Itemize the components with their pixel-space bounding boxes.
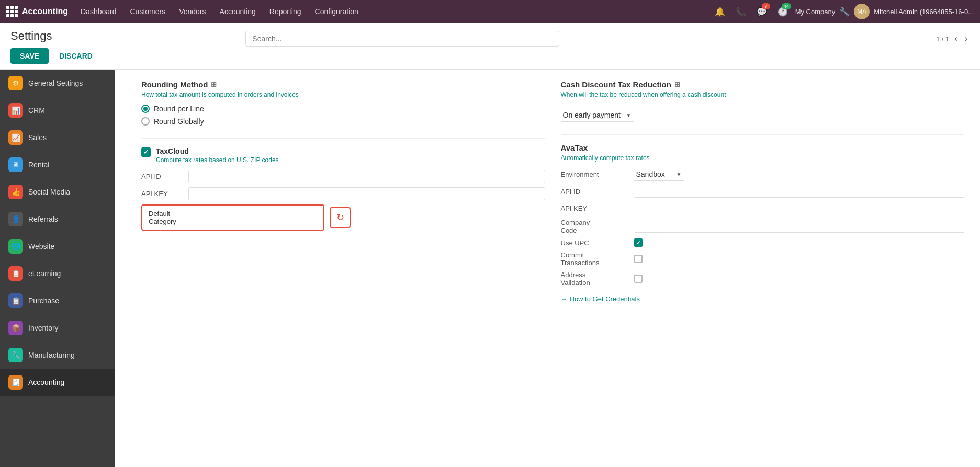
sidebar-label-purchase: Purchase <box>28 297 59 305</box>
address-validation-label: AddressValidation <box>561 271 629 287</box>
sidebar-label-general-settings: General Settings <box>28 79 83 87</box>
sidebar-label-crm: CRM <box>28 106 45 115</box>
avatax-section: AvaTax Automatically compute tax rates E… <box>561 143 965 303</box>
sales-icon: 📈 <box>8 130 23 145</box>
company-code-label: CompanyCode <box>561 219 629 234</box>
avatax-api-id-row: API ID <box>561 185 965 198</box>
radio-label-per-line: Round per Line <box>154 105 204 113</box>
wrench-icon[interactable]: 🔧 <box>839 7 850 17</box>
commit-transactions-checkbox[interactable] <box>634 255 643 263</box>
default-label: Default <box>149 210 317 218</box>
sidebar-item-inventory[interactable]: 📦 Inventory <box>0 314 115 341</box>
save-button[interactable]: SAVE <box>10 48 49 64</box>
radio-round-globally[interactable]: Round Globally <box>141 117 545 126</box>
nav-dashboard[interactable]: Dashboard <box>74 4 123 19</box>
nav-customers[interactable]: Customers <box>124 4 172 19</box>
taxcloud-checkbox-item: ✓ TaxCloud Compute tax rates based on U.… <box>141 147 545 164</box>
credentials-link-text: How to Get Credentials <box>570 295 640 303</box>
avatax-api-key-label: API KEY <box>561 204 629 212</box>
chat-badge: 7 <box>762 3 770 9</box>
api-key-field: API KEY <box>141 187 545 200</box>
prev-page-button[interactable]: ‹ <box>952 33 959 44</box>
rounding-method-section: Rounding Method ⊞ How total tax amount i… <box>141 80 545 126</box>
avatax-api-id-label: API ID <box>561 188 629 196</box>
grid-icon <box>6 6 18 17</box>
sidebar-item-website[interactable]: 🌐 Website <box>0 233 115 260</box>
main-layout: ⚙ General Settings 📊 CRM 📈 Sales 🖥 Renta… <box>0 70 980 467</box>
chat-icon[interactable]: 💬 7 <box>753 3 770 20</box>
refresh-icon: ↻ <box>336 212 344 223</box>
avatar[interactable]: MA <box>854 4 870 19</box>
settings-grid: Rounding Method ⊞ How total tax amount i… <box>131 80 964 315</box>
sidebar-item-sales[interactable]: 📈 Sales <box>0 124 115 151</box>
pagination: 1 / 1 ‹ › <box>936 33 970 44</box>
sidebar-item-manufacturing[interactable]: 🔧 Manufacturing <box>0 341 115 369</box>
right-column: Cash Discount Tax Reduction ⊞ When will … <box>561 80 965 315</box>
taxcloud-checkbox[interactable]: ✓ <box>141 147 151 157</box>
activity-icon[interactable]: 🕐 44 <box>774 3 791 20</box>
environment-dropdown[interactable]: Sandbox Production <box>634 168 684 181</box>
sidebar-item-social-media[interactable]: 👍 Social Media <box>0 178 115 206</box>
default-category-box[interactable]: Default Category <box>141 204 324 231</box>
avatax-desc: Automatically compute tax rates <box>561 154 965 162</box>
next-page-button[interactable]: › <box>963 33 970 44</box>
use-upc-checkbox[interactable]: ✓ <box>634 238 643 247</box>
arrow-right-icon: → <box>561 295 568 303</box>
social-media-icon: 👍 <box>8 185 23 199</box>
sidebar-item-accounting[interactable]: 🧾 Accounting <box>0 369 115 396</box>
credentials-link[interactable]: → How to Get Credentials <box>561 295 965 303</box>
rental-icon: 🖥 <box>8 157 23 172</box>
search-input[interactable] <box>245 31 559 47</box>
address-validation-checkbox[interactable] <box>634 275 643 283</box>
nav-configuration[interactable]: Configuration <box>309 4 365 19</box>
inventory-icon: 📦 <box>8 321 23 335</box>
username[interactable]: Mitchell Admin (19664855-16-0... <box>874 8 974 16</box>
nav-reporting[interactable]: Reporting <box>263 4 308 19</box>
sidebar: ⚙ General Settings 📊 CRM 📈 Sales 🖥 Renta… <box>0 70 115 467</box>
sidebar-label-website: Website <box>28 242 54 250</box>
taxcloud-desc: Compute tax rates based on U.S. ZIP code… <box>156 156 545 164</box>
sidebar-label-social-media: Social Media <box>28 188 70 196</box>
api-key-label: API KEY <box>141 190 183 198</box>
rounding-method-desc: How total tax amount is computed in orde… <box>141 91 545 98</box>
phone-icon[interactable]: 📞 <box>733 3 749 20</box>
sidebar-item-referrals[interactable]: 👤 Referrals <box>0 206 115 233</box>
notification-bell[interactable]: 🔔 <box>712 3 728 20</box>
radio-circle-per-line <box>141 105 150 113</box>
avatax-api-id-input[interactable] <box>634 185 965 198</box>
use-upc-label: Use UPC <box>561 239 629 247</box>
radio-round-per-line[interactable]: Round per Line <box>141 105 545 113</box>
company-code-row: CompanyCode <box>561 219 965 234</box>
sidebar-label-manufacturing: Manufacturing <box>28 351 75 359</box>
avatax-api-key-input[interactable] <box>634 202 965 214</box>
taxcloud-content: TaxCloud Compute tax rates based on U.S.… <box>156 147 545 164</box>
purchase-icon: 📋 <box>8 293 23 308</box>
cash-discount-dropdown-wrapper: On early payment Always Never ▼ <box>561 109 634 122</box>
sidebar-item-rental[interactable]: 🖥 Rental <box>0 151 115 178</box>
nav-vendors[interactable]: Vendors <box>173 4 212 19</box>
sidebar-item-purchase[interactable]: 📋 Purchase <box>0 287 115 314</box>
sidebar-label-sales: Sales <box>28 133 47 142</box>
company-selector[interactable]: My Company <box>795 8 836 16</box>
discard-button[interactable]: DISCARD <box>53 48 99 64</box>
cash-discount-icon: ⊞ <box>674 81 680 88</box>
api-key-input[interactable] <box>188 187 545 200</box>
sidebar-item-general-settings[interactable]: ⚙ General Settings <box>0 70 115 97</box>
radio-label-globally: Round Globally <box>154 117 204 126</box>
refresh-button[interactable]: ↻ <box>330 207 351 228</box>
company-code-input[interactable] <box>634 220 965 233</box>
nav-accounting[interactable]: Accounting <box>213 4 262 19</box>
app-brand[interactable]: Accounting <box>6 6 68 17</box>
sidebar-label-inventory: Inventory <box>28 324 59 332</box>
environment-label: Environment <box>561 170 629 178</box>
sidebar-item-elearning[interactable]: 📋 eLearning <box>0 260 115 287</box>
api-id-input[interactable] <box>188 170 545 183</box>
general-settings-icon: ⚙ <box>8 76 23 90</box>
rounding-options: Round per Line Round Globally <box>141 105 545 126</box>
sidebar-item-crm[interactable]: 📊 CRM <box>0 97 115 124</box>
referrals-icon: 👤 <box>8 212 23 226</box>
commit-transactions-row: CommitTransactions <box>561 251 965 267</box>
cash-discount-section: Cash Discount Tax Reduction ⊞ When will … <box>561 80 965 122</box>
cash-discount-dropdown[interactable]: On early payment Always Never <box>561 109 634 122</box>
page-title: Settings <box>10 29 52 43</box>
